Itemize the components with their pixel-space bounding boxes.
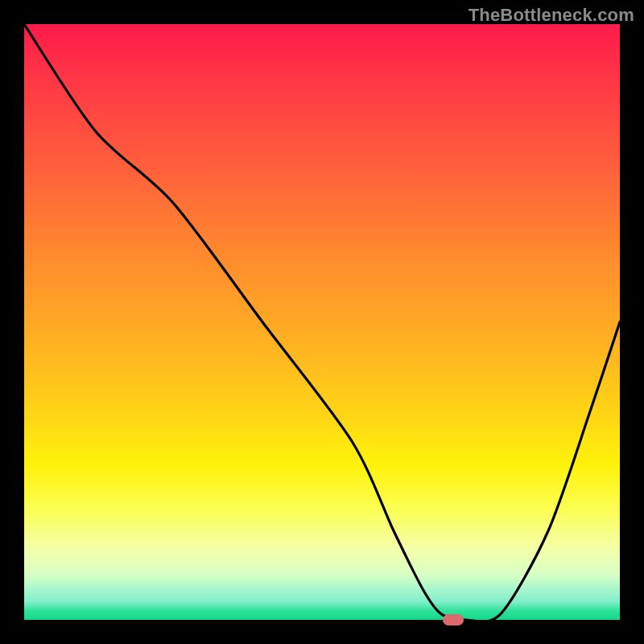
chart-frame: TheBottleneck.com xyxy=(0,0,644,644)
optimal-marker xyxy=(443,614,464,625)
plot-area xyxy=(24,24,620,620)
attribution-text: TheBottleneck.com xyxy=(469,5,634,26)
bottleneck-curve xyxy=(24,24,620,620)
